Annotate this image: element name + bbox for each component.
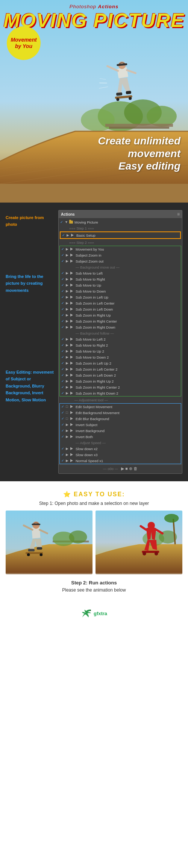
middle-section: Create picture from photo Bring the life…	[0, 203, 188, 481]
check-szld: ✓	[61, 307, 66, 311]
action-row-edit-bg[interactable]: ✓ □ Edit Background Movement	[60, 410, 181, 416]
gfxtra-bird-icon	[81, 608, 92, 619]
action-row-sd2[interactable]: ✓ ▶ Sub Move to Down 2	[60, 354, 181, 360]
pi-szrd	[70, 325, 76, 329]
action-row-szrd[interactable]: ✓ ▶ Sub Zoom in Right Down	[60, 324, 181, 330]
action-label-sl2: Sub Move to Left 2	[76, 337, 106, 341]
photoshop-label: Photoshop Actions	[0, 3, 188, 10]
easy-title: ⭐ EASY TO USE:	[63, 491, 125, 497]
pi-2	[70, 259, 76, 263]
action-row-szrc[interactable]: ✓ ▶ Sub Zoom in Right Center	[60, 318, 181, 324]
badge-line1: Movement	[11, 37, 36, 43]
action-row-sub-left[interactable]: ✓ ▶ Sub Move to Left	[60, 270, 181, 276]
action-row-normal-speed[interactable]: ✓ ▶ Normal Speed x1	[60, 458, 181, 464]
action-row-szlc[interactable]: ✓ ▶ Sub Zoom in Left Center	[60, 300, 181, 306]
check-su: ✓	[61, 283, 66, 287]
play-icon-basic-setup	[71, 233, 76, 237]
fold-szru: ▶	[66, 313, 70, 317]
action-label-szrd: Sub Zoom in Right Down	[76, 325, 115, 329]
action-label-szru2: Sub Zoom in Right Up 2	[76, 379, 114, 383]
action-row-szlu[interactable]: ✓ ▶ Sub Zoom in Left Up	[60, 294, 181, 300]
action-row-szlu2[interactable]: ✓ ▶ Sub Zoom in Left Up 2	[60, 360, 181, 366]
action-row-slow-x3[interactable]: ✓ ▶ Slow down x3	[60, 452, 181, 458]
pi-szlu	[70, 295, 76, 299]
action-row-edit-blur-bg[interactable]: ✓ □ Edit Blur Background	[60, 416, 181, 422]
action-label-szlc: Sub Zoom in Left Center	[76, 301, 115, 305]
svg-rect-12	[116, 92, 123, 96]
action-row-bg-move-out: — Background move out —	[60, 264, 181, 270]
moving-picture-folder-row[interactable]: ✓ ▼ Moving Picture	[59, 219, 182, 225]
photo-right-svg	[96, 511, 182, 574]
fold-su: ▶	[66, 283, 70, 287]
action-row-edit-subject[interactable]: ✓ □ Edit Subject Movement	[60, 404, 181, 410]
pi-szld	[70, 307, 76, 311]
action-label-edit-blur-bg: Edit Blur Background	[76, 417, 109, 421]
action-row-slow-x2[interactable]: ✓ ▶ Slow down x2	[60, 446, 181, 452]
action-label-szld: Sub Zoom in Left Down	[76, 307, 113, 311]
action-row-su2[interactable]: ✓ ▶ Sub Move to Up 2	[60, 348, 181, 354]
blue-actions-group: ✓ □ Edit Subject Movement ✓ □ Edit Backg…	[59, 403, 181, 464]
action-row-szlc2[interactable]: ✓ ▶ Sub Zoom in Left Center 2	[60, 366, 181, 372]
bottom-bar-label: — o0o —	[103, 467, 118, 471]
action-row-szld2[interactable]: ✓ ▶ Sub Zoom in Left Down 2	[60, 372, 181, 378]
label-easy-text: Easy Editing: movement of Subject or Bac…	[6, 370, 54, 402]
fold-moving-picture: ▼	[65, 220, 69, 224]
action-label-slow-x2: Slow down x2	[76, 447, 98, 451]
action-row-invert-both[interactable]: ✓ ▶ Invert Both	[60, 434, 181, 440]
action-label-normal-speed: Normal Speed x1	[76, 459, 103, 463]
pi-sr	[70, 277, 76, 281]
label-create: Create picture from photo	[6, 214, 55, 228]
action-row-szru[interactable]: ✓ ▶ Sub Zoom in Right Up	[60, 312, 181, 318]
actions-text: Actions	[98, 4, 119, 9]
fold-sl: ▶	[66, 271, 70, 275]
svg-rect-29	[37, 547, 42, 550]
action-row-subject-zoom-in[interactable]: ✓ ▶ Subject Zoom in	[60, 252, 181, 258]
svg-point-27	[69, 530, 87, 544]
action-label-edit-bg: Edit Background Movement	[76, 411, 120, 415]
action-label-2: Subject Zoom out	[76, 259, 103, 263]
action-label-sd: Sub Move to Down	[76, 289, 106, 293]
svg-rect-33	[32, 524, 40, 525]
badge-text: Movement by You	[11, 37, 36, 50]
basic-setup-highlight: ✓ ▶ Basic Setup	[60, 231, 181, 239]
check-szrd: ✓	[61, 325, 66, 329]
check-sr: ✓	[61, 277, 66, 281]
check-szlc: ✓	[61, 301, 66, 305]
action-row-subject-zoom-out[interactable]: ✓ ▶ Subject Zoom out	[60, 258, 181, 264]
action-row-szru2[interactable]: ✓ ▶ Sub Zoom in Right Up 2	[60, 378, 181, 384]
action-row-szrd2[interactable]: ✓ ▶ Sub Zoom in Right Down 2	[60, 390, 181, 396]
action-row-sr2[interactable]: ✓ ▶ Sub Move to Right 2	[60, 342, 181, 348]
basic-setup-label: Basic Setup	[76, 233, 96, 237]
action-label-szlu: Sub Zoom in Left Up	[76, 295, 108, 299]
svg-point-32	[32, 521, 39, 529]
action-row-invert-subject[interactable]: ✓ ▶ Invert Subject	[60, 422, 181, 428]
action-row-szrc2[interactable]: ✓ ▶ Sub Zoom in Right Center 2	[60, 384, 181, 390]
svg-rect-5	[105, 124, 173, 127]
gfxtra-logo[interactable]: gfxtra	[81, 608, 107, 619]
label-bring: Bring the life to the picture by creatin…	[6, 273, 55, 293]
panel-title: Actions	[61, 212, 75, 216]
action-row-sub-right[interactable]: ✓ ▶ Sub Move to Right	[60, 276, 181, 282]
action-row-sl2[interactable]: ✓ ▶ Sub Move to Left 2	[60, 336, 181, 342]
action-row-movement-by-you[interactable]: ✓ ▶ Movement by You	[60, 246, 181, 252]
fold-szrd: ▶	[66, 325, 70, 329]
panel-menu-icon[interactable]: ≡	[177, 212, 180, 217]
create-line3: Easy editing	[98, 160, 180, 173]
movement-badge: Movement by You	[7, 26, 41, 60]
action-row-sub-down[interactable]: ✓ ▶ Sub Move to Down	[60, 288, 181, 294]
step1-text: Step 1: Open photo and make a selection …	[6, 501, 182, 506]
fold-szld: ▶	[66, 307, 70, 311]
basic-setup-row[interactable]: ✓ ▶ Basic Setup	[61, 232, 180, 238]
badge-line2: by You	[15, 43, 32, 49]
step2-text: Step 2: Run actions	[6, 580, 182, 586]
adj-tool-sep-label: — Adjustment tool —	[74, 398, 108, 402]
action-label-su2: Sub Move to Up 2	[76, 349, 104, 353]
action-row-szld[interactable]: ✓ ▶ Sub Zoom in Left Down	[60, 306, 181, 312]
photo-right	[96, 511, 182, 574]
footer: gfxtra	[0, 604, 188, 625]
action-row-invert-bg[interactable]: ✓ ▶ Invert Background	[60, 428, 181, 434]
svg-point-45	[89, 610, 91, 611]
svg-point-41	[164, 514, 179, 523]
action-row-sub-up[interactable]: ✓ ▶ Sub Move to Up	[60, 282, 181, 288]
action-label-edit-subject: Edit Subject Movement	[76, 405, 112, 409]
